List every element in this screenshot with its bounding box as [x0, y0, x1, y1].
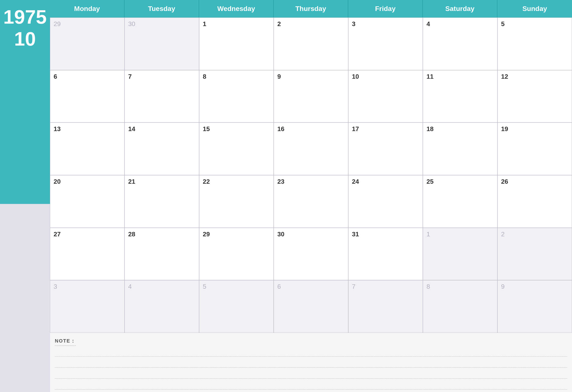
day-cell-w0-d0[interactable]: 29 — [50, 17, 125, 70]
day-cell-w3-d1[interactable]: 21 — [125, 175, 199, 228]
day-cell-w1-d6[interactable]: 12 — [497, 70, 572, 123]
day-cell-w4-d1[interactable]: 28 — [125, 228, 199, 281]
day-cell-w0-d3[interactable]: 2 — [274, 17, 348, 70]
day-number: 5 — [203, 283, 270, 290]
sidebar-year: 1975 — [3, 7, 47, 27]
sidebar: 1975 10 October — [0, 0, 50, 392]
day-number: 2 — [501, 231, 568, 238]
day-cell-w4-d4[interactable]: 31 — [348, 228, 423, 281]
day-number: 7 — [352, 283, 419, 290]
day-cell-w2-d6[interactable]: 19 — [497, 123, 572, 175]
calendar-main: MondayTuesdayWednesdayThursdayFridaySatu… — [50, 0, 572, 392]
day-cell-w2-d2[interactable]: 15 — [199, 123, 274, 175]
day-cell-w0-d5[interactable]: 4 — [423, 17, 497, 70]
day-number: 29 — [203, 231, 270, 238]
day-cell-w2-d0[interactable]: 13 — [50, 123, 125, 175]
header-cell-wednesday: Wednesday — [199, 0, 274, 17]
day-number: 24 — [352, 178, 419, 185]
day-cell-w3-d6[interactable]: 26 — [497, 175, 572, 228]
sidebar-month-number: 10 — [14, 29, 36, 49]
day-number: 14 — [128, 125, 195, 133]
header-cell-saturday: Saturday — [423, 0, 497, 17]
day-cell-w0-d4[interactable]: 3 — [348, 17, 423, 70]
day-cell-w4-d2[interactable]: 29 — [199, 228, 274, 281]
day-cell-w5-d4[interactable]: 7 — [348, 280, 423, 333]
day-cell-w0-d2[interactable]: 1 — [199, 17, 274, 70]
day-number: 25 — [427, 178, 494, 185]
day-number: 1 — [203, 20, 270, 28]
day-cell-w0-d6[interactable]: 5 — [497, 17, 572, 70]
day-number: 12 — [501, 73, 568, 80]
notes-section: NOTE： — [50, 333, 572, 392]
day-cell-w1-d4[interactable]: 10 — [348, 70, 423, 123]
day-cell-w1-d5[interactable]: 11 — [423, 70, 497, 123]
day-number: 3 — [352, 20, 419, 28]
day-cell-w2-d5[interactable]: 18 — [423, 123, 497, 175]
note-line-4 — [55, 379, 567, 390]
day-cell-w1-d2[interactable]: 8 — [199, 70, 274, 123]
day-number: 28 — [128, 231, 195, 238]
day-number: 20 — [54, 178, 121, 185]
day-cell-w5-d2[interactable]: 5 — [199, 280, 274, 333]
header-cell-friday: Friday — [348, 0, 423, 17]
header-cell-sunday: Sunday — [497, 0, 572, 17]
day-number: 9 — [277, 73, 345, 80]
day-cell-w3-d4[interactable]: 24 — [348, 175, 423, 228]
day-cell-w2-d1[interactable]: 14 — [125, 123, 199, 175]
day-number: 19 — [501, 125, 568, 133]
header-cell-monday: Monday — [50, 0, 125, 17]
day-number: 2 — [277, 20, 345, 28]
day-cell-w0-d1[interactable]: 30 — [125, 17, 199, 70]
day-number: 26 — [501, 178, 568, 185]
day-number: 18 — [427, 125, 494, 133]
day-number: 5 — [501, 20, 568, 28]
day-number: 8 — [427, 283, 494, 290]
header-cell-thursday: Thursday — [274, 0, 348, 17]
day-cell-w5-d5[interactable]: 8 — [423, 280, 497, 333]
day-cell-w2-d3[interactable]: 16 — [274, 123, 348, 175]
calendar-header: MondayTuesdayWednesdayThursdayFridaySatu… — [50, 0, 572, 17]
day-number: 27 — [54, 231, 121, 238]
day-cell-w1-d3[interactable]: 9 — [274, 70, 348, 123]
day-number: 17 — [352, 125, 419, 133]
day-cell-w1-d0[interactable]: 6 — [50, 70, 125, 123]
day-cell-w5-d1[interactable]: 4 — [125, 280, 199, 333]
day-number: 7 — [128, 73, 195, 80]
calendar-grid: 2930123456789101112131415161718192021222… — [50, 17, 572, 333]
day-number: 15 — [203, 125, 270, 133]
day-number: 29 — [54, 20, 121, 28]
day-cell-w5-d3[interactable]: 6 — [274, 280, 348, 333]
day-number: 16 — [277, 125, 345, 133]
day-number: 3 — [54, 283, 121, 290]
day-cell-w4-d6[interactable]: 2 — [497, 228, 572, 281]
day-number: 22 — [203, 178, 270, 185]
sidebar-month-name: October — [2, 63, 48, 78]
day-number: 30 — [277, 231, 345, 238]
note-line-2 — [55, 357, 567, 368]
day-cell-w5-d0[interactable]: 3 — [50, 280, 125, 333]
day-cell-w4-d5[interactable]: 1 — [423, 228, 497, 281]
day-number: 31 — [352, 231, 419, 238]
note-line-1 — [55, 346, 567, 357]
header-cell-tuesday: Tuesday — [125, 0, 199, 17]
day-cell-w3-d5[interactable]: 25 — [423, 175, 497, 228]
day-cell-w3-d2[interactable]: 22 — [199, 175, 274, 228]
day-number: 8 — [203, 73, 270, 80]
day-number: 11 — [427, 73, 494, 80]
day-number: 21 — [128, 178, 195, 185]
day-cell-w1-d1[interactable]: 7 — [125, 70, 199, 123]
day-number: 4 — [128, 283, 195, 290]
day-number: 10 — [352, 73, 419, 80]
day-cell-w2-d4[interactable]: 17 — [348, 123, 423, 175]
day-number: 13 — [54, 125, 121, 133]
day-number: 1 — [427, 231, 494, 238]
day-cell-w4-d0[interactable]: 27 — [50, 228, 125, 281]
day-cell-w4-d3[interactable]: 30 — [274, 228, 348, 281]
day-number: 6 — [277, 283, 345, 290]
calendar-container: 1975 10 October MondayTuesdayWednesdayTh… — [0, 0, 572, 392]
note-label: NOTE： — [55, 338, 76, 346]
day-cell-w3-d3[interactable]: 23 — [274, 175, 348, 228]
day-cell-w5-d6[interactable]: 9 — [497, 280, 572, 333]
day-number: 9 — [501, 283, 568, 290]
day-cell-w3-d0[interactable]: 20 — [50, 175, 125, 228]
